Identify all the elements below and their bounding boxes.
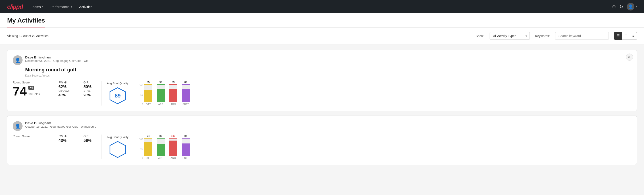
gir-value: 56% [84, 138, 101, 143]
bar-arg-outer [169, 84, 177, 102]
hexagon-wrapper: 89 [107, 87, 128, 105]
holes-count: 18 Holes [28, 92, 40, 96]
avatar-icon: 👤 [628, 4, 633, 9]
activity-date: October 16, 2021 - Gog Magog Golf Club -… [25, 125, 96, 128]
bar-arg: 106 ARG [169, 134, 177, 159]
fw-hit-value: 43% [58, 138, 76, 143]
bar-app-outer [157, 138, 165, 156]
user-menu-chevron-icon: ▾ [636, 6, 637, 8]
viewing-total: 29 [32, 34, 36, 38]
logo[interactable]: clippd [7, 3, 23, 10]
fw-hit-label: FW Hit [58, 134, 76, 138]
user-info: Dave Billingham December 05, 2021 - Gog … [25, 55, 88, 62]
view-list-detailed-button[interactable]: ☰ [614, 32, 622, 40]
bar-arg-fill [169, 140, 177, 156]
round-score-block: Round Score [13, 134, 53, 140]
activity-type-select[interactable]: All Activity Types [490, 32, 530, 40]
bar-arg-outer [169, 138, 177, 156]
shot-quality-value: 89 [115, 92, 121, 99]
gir-label: GIR [84, 134, 101, 138]
gir-stat: GIR 56% [84, 134, 101, 143]
bar-ott-outer [144, 84, 152, 102]
show-label: Show: [476, 34, 484, 38]
one-putt-label: 1 Putt [84, 89, 101, 92]
nav-teams[interactable]: Teams ▾ [30, 5, 44, 9]
user-menu[interactable]: 👤 ▾ [627, 3, 637, 10]
activity-type-select-wrapper: All Activity Types [490, 32, 530, 40]
bar-app-fill [157, 144, 165, 156]
bar-ott-top [144, 138, 152, 138]
bar-putt-label: PUTT [182, 103, 189, 106]
bar-putt-outer [182, 138, 190, 156]
performance-chevron-icon: ▾ [71, 6, 72, 8]
y-label-50: 50 [140, 94, 143, 96]
avatar: 👤 [13, 121, 22, 131]
header-left: clippd Teams ▾ Performance ▾ Activities [7, 3, 93, 10]
avatar: 👤 [627, 3, 634, 10]
view-grid-button[interactable]: ⊞ [622, 32, 630, 40]
avatar-person-icon: 👤 [15, 124, 20, 129]
view-toggles: ☰ ⊞ ≡ [614, 32, 637, 40]
bar-arg-label: ARG [170, 156, 176, 159]
app-header: clippd Teams ▾ Performance ▾ Activities … [0, 0, 644, 14]
page-title-area: My Activities [0, 14, 644, 28]
bars-container: 85 OTT 90 [144, 81, 190, 106]
shot-quality-block: Avg Shot Quality [107, 136, 128, 158]
shot-quality-label: Avg Shot Quality [107, 136, 128, 139]
nav-performance[interactable]: Performance ▾ [50, 5, 73, 9]
score-badge: +4 [28, 86, 34, 90]
header-right: ⊕ ↻ 👤 ▾ [612, 3, 637, 10]
svg-marker-1 [110, 142, 126, 158]
round-score-label: Round Score [13, 81, 53, 84]
bar-putt: 89 PUTT [182, 81, 190, 106]
gir-stat: GIR 50% 1 Putt 28% [84, 81, 101, 97]
activities-content: ✏ 👤 Dave Billingham December 05, 2021 - … [0, 44, 644, 175]
bar-ott-fill [144, 142, 152, 156]
bar-ott: 94 OTT [144, 134, 152, 159]
refresh-icon[interactable]: ↻ [620, 4, 623, 9]
add-icon[interactable]: ⊕ [612, 4, 616, 9]
card-header: 👤 Dave Billingham December 05, 2021 - Go… [13, 55, 631, 65]
y-label-100: 100 [139, 138, 143, 140]
activity-date: December 05, 2021 - Gog Magog Golf Club … [25, 59, 88, 62]
edit-button[interactable]: ✏ [626, 54, 633, 61]
activity-card: ✏ 👤 Dave Billingham December 05, 2021 - … [7, 50, 637, 111]
viewing-suffix-text: Activities [36, 34, 48, 38]
bar-putt-label: PUTT [182, 156, 189, 159]
round-score-block: Round Score 74 +4 18 Holes [13, 81, 53, 98]
fw-hit-value: 62% [58, 84, 76, 89]
y-label-50: 50 [140, 148, 143, 150]
updown-value: 43% [58, 93, 76, 97]
bar-putt-top [182, 84, 190, 85]
hexagon-wrapper [107, 140, 128, 158]
bar-ott-value: 94 [147, 134, 150, 137]
user-name: Dave Billingham [25, 121, 96, 125]
round-score-label: Round Score [13, 134, 53, 138]
y-label-0: 0 [142, 157, 143, 159]
bar-app-label: APP [158, 156, 163, 159]
bar-arg-fill [169, 89, 177, 102]
bar-ott-outer [144, 138, 152, 156]
shot-quality-label: Avg Shot Quality [107, 82, 128, 85]
bar-app-outer [157, 84, 165, 102]
bar-ott-top [144, 84, 152, 85]
bar-putt-value: 89 [184, 81, 187, 84]
fw-hit-label: FW Hit [58, 81, 76, 84]
gir-label: GIR [84, 81, 101, 84]
bar-ott: 85 OTT [144, 81, 152, 106]
shot-chart: 100 50 0 94 OTT [136, 134, 190, 159]
keywords-label: Keywords: [535, 34, 550, 38]
user-info: Dave Billingham October 16, 2021 - Gog M… [25, 121, 96, 128]
filters-bar: Viewing 12 out of 29 Activities Show: Al… [0, 28, 644, 44]
nav-activities[interactable]: Activities [78, 5, 93, 9]
search-input[interactable] [555, 32, 609, 40]
avatar: 👤 [13, 55, 22, 65]
activity-card: 👤 Dave Billingham October 16, 2021 - Gog… [7, 116, 637, 165]
bar-ott-label: OTT [146, 103, 150, 106]
bar-app-label: APP [158, 103, 163, 106]
view-list-compact-button[interactable]: ≡ [630, 32, 637, 40]
activity-title: Morning round of golf [25, 67, 631, 73]
bar-putt-top [182, 138, 190, 138]
shot-quality-block: Avg Shot Quality 89 [107, 82, 128, 105]
bar-app-fill [157, 89, 165, 102]
